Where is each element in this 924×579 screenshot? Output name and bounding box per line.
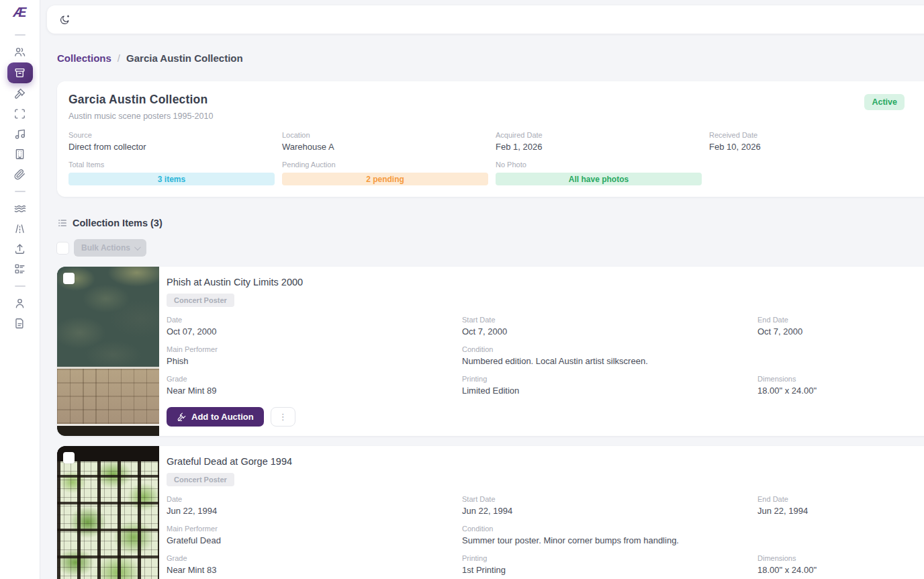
field: DateJun 22, 1994 (167, 495, 462, 516)
select-all-checkbox[interactable] (57, 242, 68, 254)
field-value: Warehouse A (282, 142, 496, 152)
chevron-down-icon (134, 244, 141, 251)
field (757, 525, 924, 545)
stat-pending-auction: Pending Auction 2 pending (282, 161, 496, 185)
field: ConditionSummer tour poster. Minor corne… (462, 525, 757, 545)
field: Source Direct from collector (68, 131, 282, 152)
item-title: Phish at Austin City Limits 2000 (167, 277, 924, 287)
stat-label: No Photo (496, 161, 709, 169)
item-title: Grateful Dead at Gorge 1994 (167, 456, 924, 467)
field-value: Feb 1, 2026 (496, 142, 709, 152)
field: Printing1st Printing (462, 554, 757, 575)
field-label: Source (68, 131, 282, 139)
collection-fields: Source Direct from collector Location Wa… (68, 131, 923, 152)
music-note-icon (13, 128, 26, 140)
collection-header-card: Garcia Austin Collection Austin music sc… (57, 81, 924, 197)
collection-title: Garcia Austin Collection (68, 93, 923, 107)
scan-icon (13, 107, 26, 120)
users-icon (13, 46, 26, 58)
field: Main PerformerGrateful Dead (167, 525, 462, 545)
item-body: Phish at Austin City Limits 2000 Concert… (159, 267, 924, 436)
list-icon (57, 218, 68, 228)
category-chip: Concert Poster (167, 294, 234, 307)
breadcrumb-collections-link[interactable]: Collections (57, 52, 111, 64)
divider (15, 34, 26, 36)
sidebar-item-organizations[interactable] (7, 144, 33, 164)
field: GradeNear Mint 83 (167, 554, 462, 575)
sidebar-item-users[interactable] (7, 42, 33, 62)
sidebar-item-collections[interactable] (7, 62, 33, 83)
breadcrumb: Collections / Garcia Austin Collection (57, 52, 924, 64)
field-label: Acquired Date (496, 131, 709, 139)
upload-icon (13, 242, 26, 255)
field: ConditionNumbered edition. Local Austin … (462, 345, 757, 366)
add-to-auction-button[interactable]: Add to Auction (167, 407, 264, 427)
sidebar-item-road[interactable] (7, 219, 33, 238)
item-checkbox[interactable] (63, 452, 75, 463)
bulk-actions-button[interactable]: Bulk Actions (74, 239, 146, 257)
field: Location Warehouse A (282, 131, 496, 152)
field: Acquired Date Feb 1, 2026 (496, 131, 709, 152)
bulk-actions-row: Bulk Actions (57, 239, 924, 257)
item-body: Grateful Dead at Gorge 1994 Concert Post… (159, 446, 924, 579)
field: End DateJun 22, 1994 (757, 495, 924, 516)
item-card: Phish at Austin City Limits 2000 Concert… (57, 267, 924, 436)
sidebar-item-forms[interactable] (7, 259, 33, 279)
item-actions: Add to Auction ⋮ (167, 407, 924, 427)
building-icon (13, 148, 26, 161)
sidebar-item-upload[interactable] (7, 239, 33, 259)
category-chip: Concert Poster (167, 473, 234, 486)
field: Dimensions18.00" x 24.00" (757, 554, 924, 575)
sidebar-item-music[interactable] (7, 124, 33, 144)
items-section-header: Collection Items (3) (57, 218, 924, 228)
road-icon (13, 222, 26, 235)
field: Start DateJun 22, 1994 (462, 495, 757, 516)
field: DateOct 07, 2000 (167, 316, 462, 337)
stat-no-photo: No Photo All have photos (496, 161, 709, 185)
form-list-icon (13, 263, 26, 275)
divider (15, 285, 26, 287)
status-badge: Active (864, 94, 905, 110)
item-menu-button[interactable]: ⋮ (271, 407, 295, 427)
item-fields: DateOct 07, 2000 Start DateOct 7, 2000 E… (167, 316, 924, 396)
collection-subtitle: Austin music scene posters 1995-2010 (68, 112, 923, 121)
stat-badge: 3 items (68, 173, 275, 185)
field: End DateOct 7, 2000 (757, 316, 924, 337)
archive-box-icon (13, 66, 26, 79)
main-content: Collections / Garcia Austin Collection G… (40, 0, 924, 579)
sidebar-item-profile[interactable] (7, 294, 33, 313)
waves-icon (13, 202, 26, 215)
stat-total-items: Total Items 3 items (68, 161, 282, 185)
moon-icon[interactable] (59, 14, 71, 26)
kebab-icon: ⋮ (279, 412, 287, 421)
item-thumbnail[interactable] (57, 267, 159, 436)
document-icon (13, 317, 26, 330)
app-logo[interactable]: Æ (13, 5, 27, 19)
field: GradeNear Mint 89 (167, 375, 462, 396)
item-checkbox[interactable] (63, 273, 75, 284)
gavel-icon (13, 87, 26, 100)
field: PrintingLimited Edition (462, 375, 757, 396)
bulk-actions-label: Bulk Actions (81, 243, 130, 253)
field: Dimensions18.00" x 24.00" (757, 375, 924, 396)
field-value: Direct from collector (68, 142, 282, 152)
breadcrumb-separator: / (118, 52, 120, 64)
sidebar-item-attachments[interactable] (7, 165, 33, 184)
sidebar-item-documents[interactable] (7, 314, 33, 333)
stat-badge: 2 pending (282, 173, 488, 185)
stat-badge: All have photos (496, 173, 702, 185)
item-fields: DateJun 22, 1994 Start DateJun 22, 1994 … (167, 495, 924, 575)
item-thumbnail[interactable] (57, 446, 159, 579)
person-icon (13, 297, 26, 310)
field (757, 345, 924, 366)
field-label: Received Date (709, 131, 923, 139)
field: Main PerformerPhish (167, 345, 462, 366)
field: Start DateOct 7, 2000 (462, 316, 757, 337)
stat-label: Total Items (68, 161, 282, 169)
sidebar-item-waves[interactable] (7, 199, 33, 218)
breadcrumb-current: Garcia Austin Collection (126, 52, 243, 64)
sidebar-item-scanner[interactable] (7, 104, 33, 124)
item-card: Grateful Dead at Gorge 1994 Concert Post… (57, 446, 924, 579)
collection-stats: Total Items 3 items Pending Auction 2 pe… (68, 161, 923, 185)
sidebar-item-auctions[interactable] (7, 84, 33, 103)
